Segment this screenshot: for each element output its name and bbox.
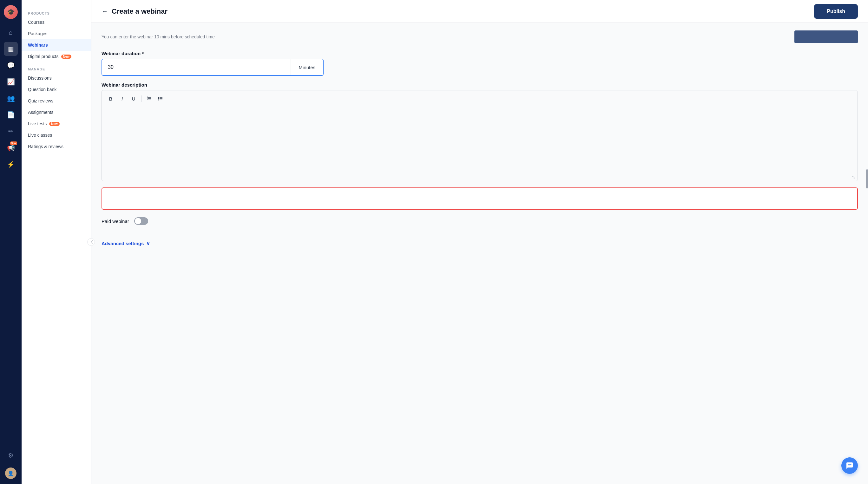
- sidebar-item-question-bank-label: Question bank: [28, 87, 57, 92]
- courses-nav-icon[interactable]: ▦: [4, 42, 18, 56]
- back-button[interactable]: ←: [101, 8, 108, 15]
- red-outlined-section: [101, 188, 858, 209]
- info-text: You can enter the webinar 10 mins before…: [101, 34, 215, 39]
- dark-placeholder-block: [795, 30, 858, 43]
- duration-label: Webinar duration *: [101, 51, 858, 56]
- info-bar: You can enter the webinar 10 mins before…: [101, 30, 858, 43]
- home-nav-icon[interactable]: ⌂: [4, 25, 18, 39]
- section-divider: [101, 234, 858, 234]
- svg-text:3: 3: [147, 99, 148, 101]
- user-avatar[interactable]: 👤: [5, 467, 17, 479]
- sidebar-item-live-tests-label: Live tests: [28, 121, 46, 126]
- chat-fab-button[interactable]: [841, 457, 858, 474]
- sidebar-item-webinars-label: Webinars: [28, 42, 48, 47]
- svg-point-7: [158, 98, 159, 99]
- sidebar-item-assignments-label: Assignments: [28, 110, 53, 115]
- messages-nav-icon[interactable]: 💬: [4, 58, 18, 72]
- duration-input[interactable]: [102, 59, 290, 75]
- content-area: You can enter the webinar 10 mins before…: [91, 23, 868, 484]
- duration-section: Webinar duration * Minutes: [101, 51, 858, 76]
- editor-toolbar: B I U 1 2 3: [102, 90, 858, 107]
- paid-webinar-row: Paid webinar: [101, 215, 858, 227]
- description-label: Webinar description: [101, 82, 858, 88]
- page-title: Create a webinar: [112, 7, 167, 15]
- sidebar-item-quiz-reviews-label: Quiz reviews: [28, 98, 53, 103]
- paid-webinar-toggle[interactable]: [134, 217, 148, 225]
- advanced-settings-label: Advanced settings: [101, 241, 144, 246]
- sidebar: 《 PRODUCTS Courses Packages Webinars Dig…: [22, 0, 91, 484]
- users-nav-icon[interactable]: 👥: [4, 91, 18, 105]
- scroll-handle[interactable]: [866, 169, 868, 188]
- duration-unit-label: Minutes: [290, 59, 323, 75]
- unordered-list-button[interactable]: [155, 94, 165, 104]
- sidebar-item-live-tests[interactable]: Live tests New: [22, 118, 91, 129]
- sidebar-item-live-classes-label: Live classes: [28, 133, 52, 138]
- description-editor: B I U 1 2 3: [101, 90, 858, 181]
- sidebar-item-packages-label: Packages: [28, 31, 47, 36]
- announcements-nav-icon[interactable]: 📢 New: [4, 141, 18, 155]
- sidebar-item-discussions[interactable]: Discussions: [22, 72, 91, 84]
- bold-button[interactable]: B: [106, 94, 116, 104]
- sidebar-item-ratings-reviews[interactable]: Ratings & reviews: [22, 141, 91, 152]
- resize-handle-icon: ⤡: [852, 174, 856, 180]
- paid-webinar-label: Paid webinar: [101, 219, 129, 224]
- digital-products-new-badge: New: [61, 55, 72, 59]
- sidebar-item-question-bank[interactable]: Question bank: [22, 84, 91, 95]
- live-tests-new-badge: New: [49, 122, 60, 126]
- svg-point-6: [158, 97, 159, 98]
- sidebar-item-assignments[interactable]: Assignments: [22, 106, 91, 118]
- sidebar-item-packages[interactable]: Packages: [22, 28, 91, 39]
- sidebar-collapse-button[interactable]: 《: [87, 238, 95, 246]
- lightning-nav-icon[interactable]: ⚡: [4, 157, 18, 171]
- duration-input-row: Minutes: [101, 59, 323, 76]
- chevron-down-icon: ∨: [146, 240, 150, 247]
- sidebar-item-quiz-reviews[interactable]: Quiz reviews: [22, 95, 91, 106]
- sidebar-item-digital-products-label: Digital products: [28, 54, 59, 59]
- toggle-knob: [135, 218, 141, 224]
- sidebar-item-discussions-label: Discussions: [28, 75, 52, 80]
- toolbar-divider: [141, 95, 142, 102]
- settings-nav-icon[interactable]: ⚙: [4, 449, 18, 462]
- analytics-nav-icon[interactable]: 📈: [4, 75, 18, 89]
- sidebar-item-ratings-reviews-label: Ratings & reviews: [28, 144, 63, 149]
- icon-bar: 🎓 ⌂ ▦ 💬 📈 👥 📄 ✏ 📢 New ⚡ ⚙ 👤: [0, 0, 22, 484]
- sidebar-item-courses[interactable]: Courses: [22, 17, 91, 28]
- tools-nav-icon[interactable]: ✏: [4, 124, 18, 138]
- description-editor-body[interactable]: [102, 107, 858, 171]
- manage-section-label: MANAGE: [22, 65, 91, 72]
- editor-footer: ⤡: [102, 171, 858, 181]
- sidebar-item-live-classes[interactable]: Live classes: [22, 129, 91, 141]
- description-section: Webinar description B I U 1 2 3: [101, 82, 858, 181]
- documents-nav-icon[interactable]: 📄: [4, 108, 18, 122]
- new-badge: New: [10, 141, 17, 145]
- sidebar-item-courses-label: Courses: [28, 20, 44, 25]
- ordered-list-button[interactable]: 1 2 3: [144, 94, 154, 104]
- italic-button[interactable]: I: [117, 94, 127, 104]
- advanced-settings-row[interactable]: Advanced settings ∨: [101, 240, 858, 247]
- svg-point-8: [158, 100, 159, 101]
- products-section-label: PRODUCTS: [22, 9, 91, 17]
- underline-button[interactable]: U: [128, 94, 138, 104]
- app-logo[interactable]: 🎓: [4, 5, 18, 19]
- sidebar-item-digital-products[interactable]: Digital products New: [22, 51, 91, 62]
- publish-button[interactable]: Publish: [814, 4, 858, 19]
- sidebar-item-webinars[interactable]: Webinars: [22, 39, 91, 51]
- main-area: ← Create a webinar Publish You can enter…: [91, 0, 868, 484]
- page-header: ← Create a webinar Publish: [91, 0, 868, 23]
- header-left: ← Create a webinar: [101, 7, 167, 15]
